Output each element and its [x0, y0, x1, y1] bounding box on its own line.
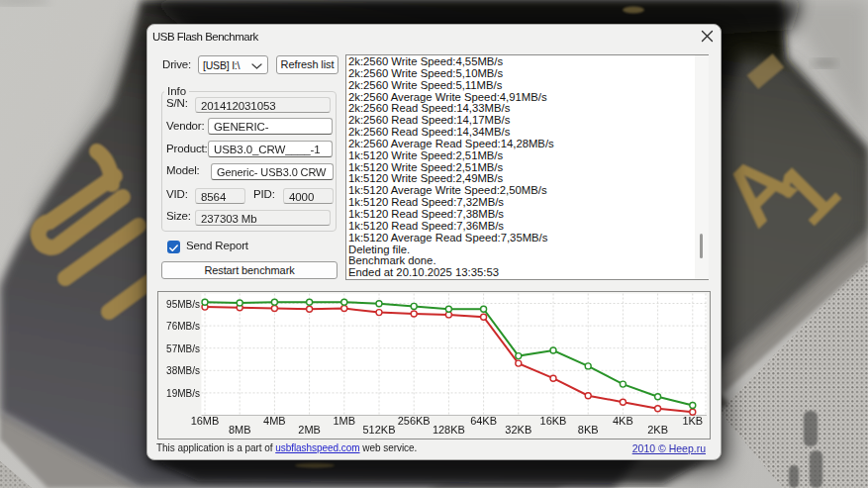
svg-text:1KB: 1KB	[682, 415, 703, 427]
svg-text:76MB/s: 76MB/s	[166, 321, 200, 332]
svg-text:64KB: 64KB	[470, 415, 497, 427]
svg-text:256KB: 256KB	[398, 415, 431, 427]
svg-text:8MB: 8MB	[229, 424, 251, 436]
svg-text:16KB: 16KB	[540, 415, 567, 427]
svg-text:57MB/s: 57MB/s	[166, 343, 200, 354]
svg-text:4KB: 4KB	[613, 415, 633, 427]
svg-text:512KB: 512KB	[362, 424, 395, 436]
svg-text:4MB: 4MB	[263, 415, 286, 427]
svg-text:1MB: 1MB	[333, 415, 355, 427]
svg-text:16MB: 16MB	[191, 415, 220, 427]
svg-text:2KB: 2KB	[647, 424, 668, 436]
svg-text:19MB/s: 19MB/s	[166, 388, 200, 399]
svg-text:95MB/s: 95MB/s	[166, 299, 200, 310]
svg-text:2MB: 2MB	[298, 424, 321, 436]
svg-text:8KB: 8KB	[578, 424, 599, 436]
svg-text:128KB: 128KB	[433, 424, 465, 436]
svg-text:38MB/s: 38MB/s	[166, 365, 200, 376]
svg-text:32KB: 32KB	[505, 424, 531, 436]
